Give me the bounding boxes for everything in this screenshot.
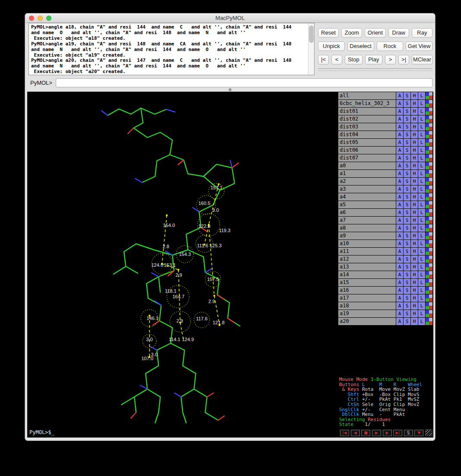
label-button[interactable]: L	[418, 209, 425, 216]
command-input[interactable]	[56, 78, 432, 87]
label-button[interactable]: L	[418, 193, 425, 201]
color-button[interactable]	[426, 147, 432, 154]
show-button[interactable]: S	[404, 240, 410, 247]
hide-button[interactable]: H	[411, 302, 418, 310]
label-button[interactable]: L	[418, 279, 425, 286]
object-name[interactable]: dist07	[338, 154, 396, 162]
object-name[interactable]: dist06	[338, 147, 396, 154]
action-button[interactable]: A	[396, 170, 403, 177]
show-button[interactable]: S	[404, 100, 410, 107]
splitter-handle[interactable]	[25, 88, 435, 92]
movie-rewind-button[interactable]: |<	[318, 55, 329, 64]
action-button[interactable]: A	[396, 193, 403, 201]
color-button[interactable]	[426, 294, 432, 302]
hide-button[interactable]: H	[411, 170, 418, 177]
console-scrollbar[interactable]	[308, 23, 314, 75]
color-button[interactable]	[426, 115, 432, 123]
object-name[interactable]: dist03	[338, 123, 396, 131]
show-button[interactable]: S	[404, 154, 410, 162]
action-button[interactable]: A	[396, 217, 403, 224]
movie-s-button[interactable]: S	[404, 430, 413, 436]
label-button[interactable]: L	[418, 162, 425, 169]
object-name[interactable]: dist04	[338, 131, 396, 138]
color-button[interactable]	[426, 108, 432, 115]
show-button[interactable]: S	[404, 131, 410, 138]
mclear-button[interactable]: MClear	[412, 55, 432, 64]
zoom-button[interactable]: Zoom	[341, 28, 362, 38]
scrollbar-thumb[interactable]	[309, 26, 314, 43]
label-button[interactable]: L	[418, 271, 425, 278]
object-name[interactable]: a7	[338, 217, 396, 224]
show-button[interactable]: S	[404, 302, 410, 310]
action-button[interactable]: A	[396, 310, 403, 317]
zoom-window-button[interactable]	[46, 16, 51, 21]
show-button[interactable]: S	[404, 217, 410, 224]
show-button[interactable]: S	[404, 92, 410, 99]
object-name[interactable]: a19	[338, 310, 396, 317]
label-button[interactable]: L	[418, 287, 425, 294]
hide-button[interactable]: H	[411, 217, 418, 224]
hide-button[interactable]: H	[411, 279, 418, 286]
show-button[interactable]: S	[404, 310, 410, 317]
hide-button[interactable]: H	[411, 240, 418, 247]
object-name[interactable]: a1	[338, 170, 396, 177]
unpick-button[interactable]: Unpick	[318, 42, 345, 51]
rock-button[interactable]: Rock	[377, 42, 404, 51]
hide-button[interactable]: H	[411, 185, 418, 193]
movie-play-button[interactable]: ▶	[372, 430, 381, 436]
movie-menu-button[interactable]: ▼	[414, 430, 423, 436]
color-button[interactable]	[426, 271, 432, 278]
label-button[interactable]: L	[418, 92, 425, 99]
action-button[interactable]: A	[396, 154, 403, 162]
hide-button[interactable]: H	[411, 232, 418, 240]
label-button[interactable]: L	[418, 154, 425, 162]
object-name[interactable]: a6	[338, 209, 396, 216]
label-button[interactable]: L	[418, 115, 425, 123]
show-button[interactable]: S	[404, 294, 410, 302]
get-view-button[interactable]: Get View	[406, 42, 432, 51]
show-button[interactable]: S	[404, 201, 410, 208]
movie-stop-button[interactable]: ■	[361, 430, 370, 436]
action-button[interactable]: A	[396, 248, 403, 255]
object-name[interactable]: a16	[338, 287, 396, 294]
show-button[interactable]: S	[404, 162, 410, 169]
color-button[interactable]	[426, 318, 432, 325]
action-button[interactable]: A	[396, 139, 403, 146]
hide-button[interactable]: H	[411, 154, 418, 162]
stop-button[interactable]: Stop	[345, 55, 362, 64]
object-name[interactable]: dist02	[338, 115, 396, 123]
viewport-3d[interactable]: 157.1160.53.0154.0122.9119.32.8111.6125.…	[27, 92, 338, 438]
action-button[interactable]: A	[396, 123, 403, 131]
label-button[interactable]: L	[418, 147, 425, 154]
color-button[interactable]	[426, 178, 432, 185]
action-button[interactable]: A	[396, 92, 403, 99]
show-button[interactable]: S	[404, 193, 410, 201]
action-button[interactable]: A	[396, 108, 403, 115]
close-window-button[interactable]	[29, 16, 34, 21]
object-name[interactable]: 6cbc_helix_302_3	[338, 100, 396, 107]
hide-button[interactable]: H	[411, 209, 418, 216]
color-button[interactable]	[426, 217, 432, 224]
hide-button[interactable]: H	[411, 131, 418, 138]
show-button[interactable]: S	[404, 123, 410, 131]
movie-next-button[interactable]: ▶	[383, 430, 392, 436]
hide-button[interactable]: H	[411, 201, 418, 208]
hide-button[interactable]: H	[411, 92, 418, 99]
hide-button[interactable]: H	[411, 108, 418, 115]
action-button[interactable]: A	[396, 162, 403, 169]
show-button[interactable]: S	[404, 209, 410, 216]
action-button[interactable]: A	[396, 256, 403, 263]
movie-back-button[interactable]: <	[331, 55, 342, 64]
object-name[interactable]: all	[338, 92, 396, 99]
ray-button[interactable]: Ray	[412, 28, 432, 38]
label-button[interactable]: L	[418, 232, 425, 240]
color-button[interactable]	[426, 139, 432, 146]
action-button[interactable]: A	[396, 147, 403, 154]
color-button[interactable]	[426, 201, 432, 208]
hide-button[interactable]: H	[411, 139, 418, 146]
hide-button[interactable]: H	[411, 193, 418, 201]
reset-button[interactable]: Reset	[318, 28, 339, 38]
hide-button[interactable]: H	[411, 248, 418, 255]
hide-button[interactable]: H	[411, 224, 418, 232]
hide-button[interactable]: H	[411, 271, 418, 278]
